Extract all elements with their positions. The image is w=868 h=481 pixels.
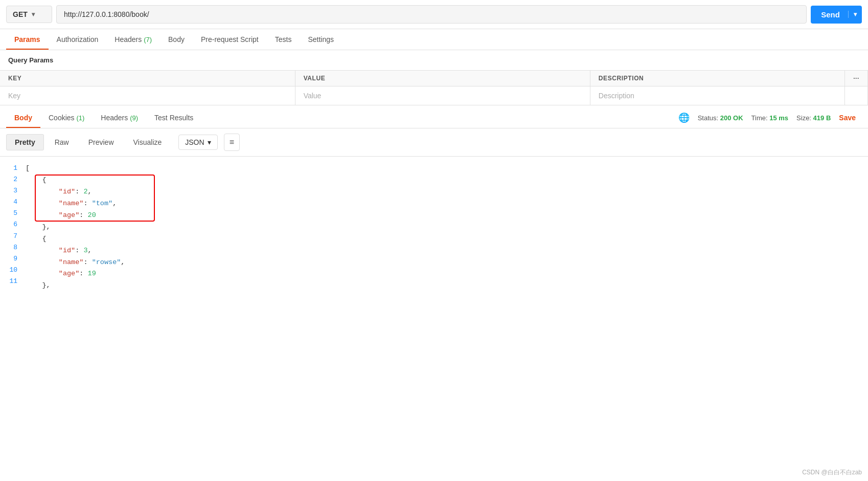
extra-cell <box>845 86 868 105</box>
tab-tests-label: Tests <box>275 35 292 43</box>
headers-badge: (7) <box>144 36 152 43</box>
resp-tab-headers[interactable]: Headers (9) <box>93 107 146 128</box>
format-tabs: Pretty Raw Preview Visualize JSON ▾ ≡ <box>0 128 868 157</box>
key-cell[interactable]: Key <box>0 86 295 105</box>
format-tab-pretty[interactable]: Pretty <box>6 134 44 150</box>
resp-headers-badge: (9) <box>130 114 138 122</box>
save-response-button[interactable]: Save <box>839 114 856 122</box>
tab-headers[interactable]: Headers (7) <box>106 29 160 50</box>
method-label: GET <box>13 10 28 18</box>
params-table: KEY VALUE DESCRIPTION ··· Key Value Desc… <box>0 70 868 105</box>
format-tab-preview[interactable]: Preview <box>80 134 123 150</box>
query-params-title: Query Params <box>0 50 868 70</box>
col-key: KEY <box>0 71 295 86</box>
tab-body[interactable]: Body <box>160 29 193 50</box>
format-select[interactable]: JSON ▾ <box>178 135 217 150</box>
resp-tab-cookies[interactable]: Cookies (1) <box>40 107 93 128</box>
line-num-9: 9 <box>8 253 17 265</box>
time-value: 15 ms <box>769 114 788 122</box>
tab-tests[interactable]: Tests <box>267 29 300 50</box>
code-line-7: { <box>26 233 868 245</box>
tab-settings[interactable]: Settings <box>300 29 342 50</box>
cookies-badge: (1) <box>76 114 84 122</box>
method-select[interactable]: GET ▾ <box>6 6 52 23</box>
line-num-1: 1 <box>8 163 17 174</box>
line-num-4: 4 <box>8 196 17 208</box>
tab-prerequest-label: Pre-request Script <box>201 35 259 43</box>
code-line-1: [ <box>26 163 868 174</box>
url-bar: GET ▾ Send ▾ <box>0 0 868 29</box>
tab-params[interactable]: Params <box>6 29 49 50</box>
code-line-2: { <box>26 174 868 186</box>
description-cell[interactable]: Description <box>590 86 844 105</box>
params-row-placeholder: Key Value Description <box>0 86 868 105</box>
format-tab-visualize[interactable]: Visualize <box>125 134 171 150</box>
code-line-3: "id": 2, <box>26 186 868 198</box>
url-input[interactable] <box>56 5 807 24</box>
request-tabs: Params Authorization Headers (7) Body Pr… <box>0 29 868 50</box>
code-line-8: "id": 3, <box>26 245 868 257</box>
format-tab-raw-label: Raw <box>55 138 69 146</box>
code-content: [ { "id": 2, "name": "tom", "age": 20 },… <box>26 163 868 292</box>
response-status-area: 🌐 Status: 200 OK Time: 15 ms Size: 419 B… <box>678 112 862 123</box>
resp-tab-body[interactable]: Body <box>6 107 40 128</box>
tab-authorization-label: Authorization <box>57 35 99 43</box>
resp-tab-headers-label: Headers <box>101 114 130 122</box>
line-num-5: 5 <box>8 208 17 219</box>
status-label: Status: 200 OK <box>698 114 743 122</box>
format-tab-visualize-label: Visualize <box>133 138 162 146</box>
format-select-value: JSON <box>185 138 204 146</box>
code-line-4: "name": "tom", <box>26 198 868 210</box>
line-num-8: 8 <box>8 242 17 253</box>
response-tabs-bar: Body Cookies (1) Headers (9) Test Result… <box>0 107 868 128</box>
filter-icon[interactable]: ≡ <box>224 134 240 151</box>
tab-body-label: Body <box>168 35 185 43</box>
line-numbers: 1 2 3 4 5 6 7 8 9 10 11 <box>0 163 26 292</box>
size-value: 419 B <box>813 114 831 122</box>
tab-prerequest[interactable]: Pre-request Script <box>193 29 267 50</box>
line-num-10: 10 <box>8 265 17 276</box>
resp-tab-cookies-label: Cookies <box>49 114 76 122</box>
col-description: DESCRIPTION <box>590 71 844 86</box>
line-num-7: 7 <box>8 231 17 242</box>
time-label: Time: 15 ms <box>751 114 789 122</box>
line-num-2: 2 <box>8 174 17 185</box>
code-line-5: "age": 20 <box>26 210 868 222</box>
line-num-11: 11 <box>8 276 17 287</box>
tab-settings-label: Settings <box>308 35 334 43</box>
code-line-10: "age": 19 <box>26 268 868 280</box>
send-dropdown-icon: ▾ <box>848 11 862 18</box>
send-button[interactable]: Send ▾ <box>811 6 862 24</box>
resp-tab-body-label: Body <box>14 114 32 122</box>
format-select-arrow-icon: ▾ <box>208 138 211 146</box>
tab-authorization[interactable]: Authorization <box>49 29 107 50</box>
code-line-6: }, <box>26 222 868 233</box>
resp-tab-testresults[interactable]: Test Results <box>146 107 201 128</box>
value-cell[interactable]: Value <box>295 86 590 105</box>
format-tab-raw[interactable]: Raw <box>46 134 78 150</box>
line-num-6: 6 <box>8 219 17 230</box>
code-line-11: }, <box>26 280 868 292</box>
line-num-3: 3 <box>8 185 17 196</box>
tab-headers-label: Headers <box>115 35 144 43</box>
send-label: Send <box>811 10 848 19</box>
format-tab-preview-label: Preview <box>88 138 114 146</box>
status-value: 200 OK <box>720 114 743 122</box>
method-arrow-icon: ▾ <box>32 11 35 18</box>
format-tab-pretty-label: Pretty <box>15 138 35 146</box>
tab-params-label: Params <box>14 35 40 43</box>
size-label: Size: 419 B <box>796 114 831 122</box>
resp-tab-testresults-label: Test Results <box>154 114 193 122</box>
col-extra: ··· <box>845 71 868 86</box>
globe-icon: 🌐 <box>678 112 690 123</box>
col-value: VALUE <box>295 71 590 86</box>
code-line-9: "name": "rowse", <box>26 257 868 269</box>
code-area: 1 2 3 4 5 6 7 8 9 10 11 [ { "id": 2, "na… <box>0 157 868 298</box>
